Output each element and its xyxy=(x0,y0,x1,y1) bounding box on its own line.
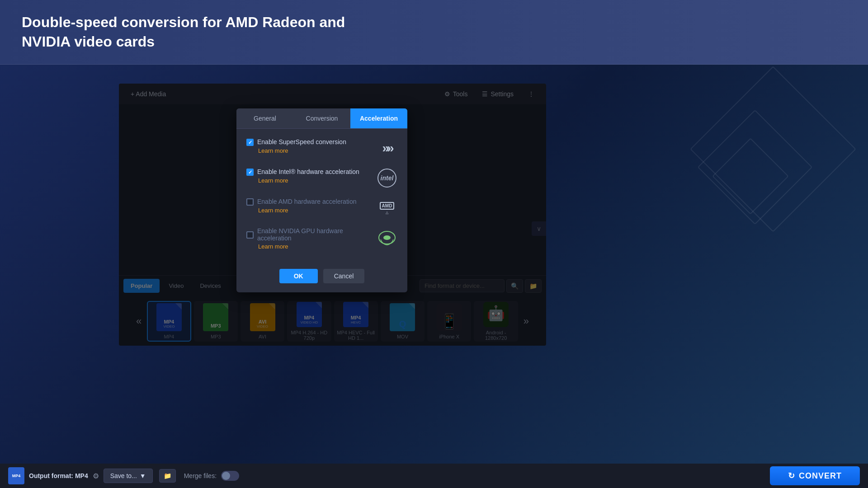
tab-general[interactable]: General xyxy=(236,108,293,128)
ok-button[interactable]: OK xyxy=(279,269,318,283)
convert-label: CONVERT xyxy=(799,471,842,481)
superspeed-checkbox[interactable] xyxy=(246,139,254,146)
nvidia-checkbox[interactable] xyxy=(246,231,254,239)
tab-acceleration[interactable]: Acceleration xyxy=(350,108,407,128)
save-to-button[interactable]: Save to... ▼ xyxy=(104,469,153,483)
dropdown-icon: ▼ xyxy=(140,472,146,479)
merge-toggle[interactable] xyxy=(221,471,239,481)
merge-files-label: Merge files: xyxy=(184,472,217,479)
superspeed-icon: »» xyxy=(377,138,397,159)
bottom-bar: MP4 Output format: MP4 ⚙ Save to... ▼ 📁 … xyxy=(0,464,868,488)
output-label: Output format: MP4 xyxy=(29,472,88,479)
output-settings-button[interactable]: ⚙ xyxy=(93,472,99,480)
nvidia-icon xyxy=(377,227,397,248)
intel-row: Enable Intel® hardware acceleration Lear… xyxy=(246,168,397,188)
header-banner: Double-speed conversion for AMD Radeon a… xyxy=(0,0,868,65)
modal-overlay: General Conversion Acceleration Enable S… xyxy=(119,84,546,346)
nvidia-learn-more[interactable]: Learn more xyxy=(258,243,371,250)
output-mp4-icon: MP4 xyxy=(8,467,24,484)
intel-learn-more[interactable]: Learn more xyxy=(258,177,371,184)
tab-conversion[interactable]: Conversion xyxy=(293,108,350,128)
cancel-button[interactable]: Cancel xyxy=(323,269,365,283)
refresh-icon: ↻ xyxy=(788,471,795,481)
superspeed-learn-more[interactable]: Learn more xyxy=(258,147,371,154)
settings-modal: General Conversion Acceleration Enable S… xyxy=(236,108,407,292)
nvidia-row: Enable NVIDIA GPU hardware acceleration … xyxy=(246,227,397,250)
modal-actions: OK Cancel xyxy=(236,262,407,292)
nvidia-label: Enable NVIDIA GPU hardware acceleration xyxy=(257,227,371,242)
convert-button[interactable]: ↻ CONVERT xyxy=(770,466,860,485)
intel-checkbox[interactable] xyxy=(246,169,254,176)
header-title: Double-speed conversion for AMD Radeon a… xyxy=(22,13,374,52)
amd-icon: AMD △ xyxy=(377,197,397,218)
intel-icon: intel xyxy=(377,168,397,188)
app-container: + Add Media ⚙ Tools ☰ Settings ⋮ ∨ G xyxy=(119,84,546,346)
amd-learn-more[interactable]: Learn more xyxy=(258,207,371,214)
superspeed-label: Enable SuperSpeed conversion xyxy=(257,138,346,145)
superspeed-row: Enable SuperSpeed conversion Learn more … xyxy=(246,138,397,159)
amd-label: Enable AMD hardware acceleration xyxy=(257,198,356,205)
output-format-area: Output format: MP4 xyxy=(29,472,88,479)
modal-body: Enable SuperSpeed conversion Learn more … xyxy=(236,129,407,262)
folder-browse-button[interactable]: 📁 xyxy=(159,469,176,483)
intel-label: Enable Intel® hardware acceleration xyxy=(257,168,359,175)
svg-point-1 xyxy=(383,235,391,240)
amd-checkbox[interactable] xyxy=(246,198,254,206)
modal-tabs: General Conversion Acceleration xyxy=(236,108,407,129)
amd-row: Enable AMD hardware acceleration Learn m… xyxy=(246,197,397,218)
folder-icon: 📁 xyxy=(164,472,171,479)
